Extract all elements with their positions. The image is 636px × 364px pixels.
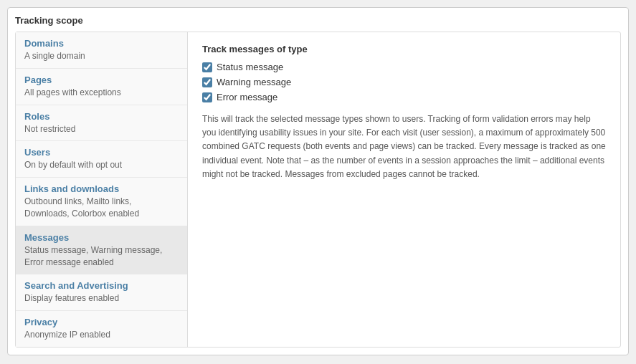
checkbox-label-1: Warning message <box>217 77 291 87</box>
checkbox-2[interactable] <box>202 92 212 102</box>
sidebar-item-title-search: Search and Advertising <box>24 280 179 291</box>
checkbox-row-1: Warning message <box>202 77 606 87</box>
sidebar-item-links[interactable]: Links and downloadsOutbound links, Mailt… <box>16 178 187 226</box>
checkbox-group: Status messageWarning messageError messa… <box>202 62 606 102</box>
checkbox-label-0: Status message <box>217 62 283 72</box>
sidebar-item-privacy[interactable]: PrivacyAnonymize IP enabled <box>16 311 187 347</box>
sidebar-item-subtitle-users: On by default with opt out <box>24 159 179 171</box>
checkbox-0[interactable] <box>202 62 212 72</box>
sidebar-item-subtitle-links: Outbound links, Mailto links, Downloads,… <box>24 196 179 220</box>
sidebar-item-title-privacy: Privacy <box>24 317 179 327</box>
sidebar-item-messages[interactable]: MessagesStatus message, Warning message,… <box>16 226 187 275</box>
section-title: Track messages of type <box>202 44 606 54</box>
sidebar-item-pages[interactable]: PagesAll pages with exceptions <box>16 69 187 105</box>
sidebar-item-subtitle-roles: Not restricted <box>24 123 179 135</box>
sidebar-item-title-pages: Pages <box>24 75 179 85</box>
sidebar-item-title-roles: Roles <box>24 111 179 122</box>
sidebar-item-title-messages: Messages <box>24 232 179 243</box>
checkbox-label-2: Error message <box>217 92 277 102</box>
tracking-scope-panel: Tracking scope DomainsA single domainPag… <box>7 7 629 355</box>
sidebar-item-users[interactable]: UsersOn by default with opt out <box>16 141 187 178</box>
sidebar-item-subtitle-domains: A single domain <box>24 50 179 62</box>
sidebar-item-roles[interactable]: RolesNot restricted <box>16 105 187 142</box>
sidebar: DomainsA single domainPagesAll pages wit… <box>16 32 188 347</box>
sidebar-item-subtitle-pages: All pages with exceptions <box>24 87 179 99</box>
main-content: Track messages of type Status messageWar… <box>188 32 620 347</box>
description-text: This will track the selected message typ… <box>202 112 606 181</box>
sidebar-item-subtitle-privacy: Anonymize IP enabled <box>24 329 179 341</box>
sidebar-item-subtitle-search: Display features enabled <box>24 292 179 305</box>
content-area: DomainsA single domainPagesAll pages wit… <box>15 32 621 348</box>
sidebar-item-title-links: Links and downloads <box>24 183 179 194</box>
sidebar-item-domains[interactable]: DomainsA single domain <box>16 32 187 69</box>
sidebar-item-subtitle-messages: Status message, Warning message, Error m… <box>24 244 179 269</box>
sidebar-item-search[interactable]: Search and AdvertisingDisplay features e… <box>16 274 187 311</box>
checkbox-row-0: Status message <box>202 62 606 72</box>
checkbox-1[interactable] <box>202 77 212 87</box>
sidebar-item-title-users: Users <box>24 147 179 158</box>
panel-title: Tracking scope <box>15 15 621 26</box>
sidebar-item-title-domains: Domains <box>24 38 179 49</box>
checkbox-row-2: Error message <box>202 92 606 102</box>
